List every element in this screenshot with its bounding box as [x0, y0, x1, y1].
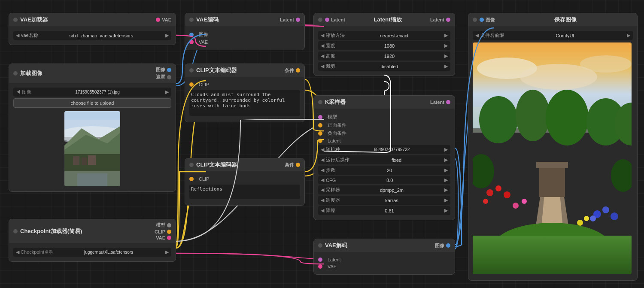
cond2-label: 条件 — [285, 162, 294, 168]
vae-dec-port[interactable] — [318, 264, 322, 269]
steps-field[interactable]: ◀ 步数 20 ▶ — [318, 166, 450, 175]
arr-left[interactable]: ◀ — [321, 197, 324, 203]
arr-right[interactable]: ▶ — [444, 157, 448, 163]
negative-input-port[interactable] — [318, 131, 322, 136]
width-field[interactable]: ◀ 宽度 1080 ▶ — [318, 41, 450, 50]
cfg-field[interactable]: ◀ CFG 8.0 ▶ — [318, 176, 450, 184]
clip2-body: CLIP Reflections — [185, 171, 304, 205]
positive-input-port[interactable] — [318, 123, 322, 127]
arr-left[interactable]: ◀ — [321, 64, 324, 69]
arr-left-icon[interactable]: ◀ Checkpoint名称 — [16, 249, 54, 255]
arr-left[interactable]: ◀ — [321, 53, 324, 59]
clip-label: CLIP — [155, 229, 165, 234]
control-after-label: 运行后操作 — [326, 157, 349, 163]
clip1-text[interactable]: Clouds and mist surround the courtyard, … — [189, 90, 300, 116]
seed-field[interactable]: ◀ 随机种 684902407799722 ▶ — [318, 145, 450, 154]
latent-dec-port[interactable] — [318, 258, 322, 262]
arr-left[interactable]: ◀ — [321, 208, 324, 213]
denoise-field[interactable]: ◀ 降噪 0.61 ▶ — [318, 206, 450, 215]
vae-loader-node: VAE加载器 VAE ◀ vae名称 sdxl_zhamao_vae.safet… — [9, 13, 176, 45]
arr-right[interactable]: ▶ — [444, 33, 448, 38]
save-image-title: 保存图像 — [554, 16, 577, 24]
vae-input-port[interactable] — [189, 40, 194, 44]
image-input-port[interactable] — [189, 33, 194, 37]
arr-right[interactable]: ▶ — [444, 64, 448, 69]
image-output-port[interactable] — [167, 68, 171, 72]
ksampler-latent-output[interactable] — [446, 100, 450, 104]
arr-left[interactable]: ◀ — [321, 167, 324, 173]
clip1-input-row: CLIP — [189, 82, 300, 87]
cond2-port[interactable] — [296, 163, 300, 167]
model-input-port[interactable] — [318, 115, 322, 119]
checkpoint-loader-node: Checkpoint加载器(简易) 模型 CLIP VAE ◀ Checkpoi… — [9, 219, 176, 262]
cond1-port[interactable] — [296, 68, 300, 73]
latent-scale-input[interactable] — [325, 18, 329, 22]
vae-port[interactable] — [167, 236, 171, 240]
arr-left-icon[interactable]: ◀ 图像 — [16, 89, 31, 95]
vae-encoder-header: VAE编码 Latent — [185, 13, 304, 26]
arr-right[interactable]: ▶ — [444, 53, 448, 59]
model-port[interactable] — [167, 223, 171, 227]
arr-right-icon[interactable]: ▶ — [165, 33, 169, 38]
scale-method-field[interactable]: ◀ 缩放方法 nearest-exact ▶ — [318, 31, 450, 40]
arr-right[interactable]: ▶ — [444, 43, 448, 49]
sampler-field[interactable]: ◀ 采样器 dpmpp_2m ▶ — [318, 185, 450, 194]
scheduler-field[interactable]: ◀ 调度器 karras ▶ — [318, 196, 450, 205]
control-after-field[interactable]: ◀ 运行后操作 fixed ▶ — [318, 155, 450, 164]
arr-right[interactable]: ▶ — [444, 208, 448, 213]
latent-input-port[interactable] — [318, 139, 322, 143]
arr-left[interactable]: ◀ — [321, 157, 324, 163]
image-out-port[interactable] — [446, 243, 450, 248]
positive-label: 正面条件 — [328, 122, 346, 128]
svg-point-32 — [577, 220, 583, 226]
clip1-input-label: CLIP — [199, 82, 209, 87]
height-label: 高度 — [326, 53, 335, 59]
image-file-field[interactable]: ◀ 图像 1715905502377 (1).jpg ▶ — [13, 88, 171, 97]
arr-right[interactable]: ▶ — [444, 177, 448, 183]
clip-encoder1-node: CLIP文本编码器 条件 CLIP Clouds and mist surrou… — [185, 64, 305, 122]
node-status-dot — [189, 163, 194, 167]
save-image-header: 图像 保存图像 — [468, 13, 637, 26]
arr-right[interactable]: ▶ — [444, 147, 448, 152]
arr-left[interactable]: ◀ — [321, 177, 324, 183]
latent-output-port[interactable] — [296, 18, 300, 22]
checkpoint-header: Checkpoint加载器(简易) 模型 CLIP VAE — [9, 219, 176, 243]
clip1-input-port[interactable] — [189, 82, 194, 87]
crop-value: disabled — [381, 64, 398, 69]
svg-point-40 — [473, 154, 494, 188]
load-image-title: 加载图像 — [20, 70, 43, 77]
image-save-input-port[interactable] — [480, 18, 484, 22]
vae-output-port[interactable] — [156, 18, 160, 22]
mask-output-port[interactable] — [167, 75, 171, 79]
seed-value: 684902407799722 — [374, 147, 410, 152]
svg-point-24 — [486, 189, 493, 196]
arr-right[interactable]: ▶ — [627, 33, 630, 38]
arr-left[interactable]: ◀ — [321, 43, 324, 49]
seed-label: 随机种 — [326, 146, 340, 153]
latent-scale-output[interactable] — [446, 18, 450, 22]
latent-scale-header: Latent Latent缩放 Latent — [314, 13, 455, 26]
choose-file-button[interactable]: choose file to upload — [13, 98, 171, 108]
arr-right[interactable]: ▶ — [444, 167, 448, 173]
ksampler-title: K采样器 — [325, 98, 346, 106]
clip-port[interactable] — [167, 230, 171, 234]
clip2-text[interactable]: Reflections — [189, 185, 300, 199]
arr-left[interactable]: ◀ — [475, 33, 479, 38]
arr-left[interactable]: ◀ — [321, 33, 324, 38]
node-status-dot — [13, 229, 18, 233]
crop-field[interactable]: ◀ 裁剪 disabled ▶ — [318, 62, 450, 71]
arr-left[interactable]: ◀ — [321, 187, 324, 193]
save-image-body: ◀ 文件名前缀 ComfyUI ▶ — [468, 26, 637, 280]
arr-right-icon[interactable]: ▶ — [165, 249, 169, 255]
clip2-input-port[interactable] — [189, 177, 194, 181]
arr-left-icon[interactable]: ◀ — [16, 33, 19, 38]
arr-right[interactable]: ▶ — [444, 197, 448, 203]
vae-name-field[interactable]: ◀ vae名称 sdxl_zhamao_vae.safetensors ▶ — [13, 31, 171, 40]
arr-left[interactable]: ◀ — [321, 147, 324, 152]
height-field[interactable]: ◀ 高度 1920 ▶ — [318, 52, 450, 61]
image-thumbnail — [64, 111, 120, 186]
checkpoint-name-field[interactable]: ◀ Checkpoint名称 juggernautXL.safetensors … — [13, 248, 171, 257]
arr-right-icon[interactable]: ▶ — [165, 89, 169, 95]
filename-prefix-field[interactable]: ◀ 文件名前缀 ComfyUI ▶ — [473, 31, 633, 40]
arr-right[interactable]: ▶ — [444, 187, 448, 193]
